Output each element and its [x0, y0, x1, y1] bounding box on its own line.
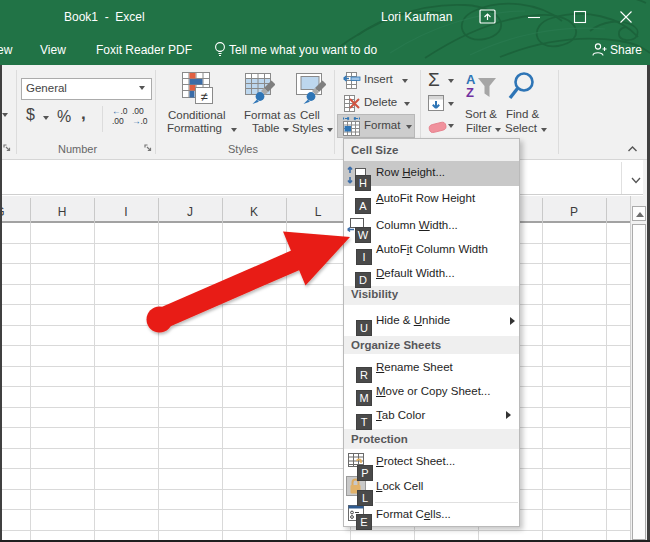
svg-text:≠: ≠: [200, 89, 207, 104]
